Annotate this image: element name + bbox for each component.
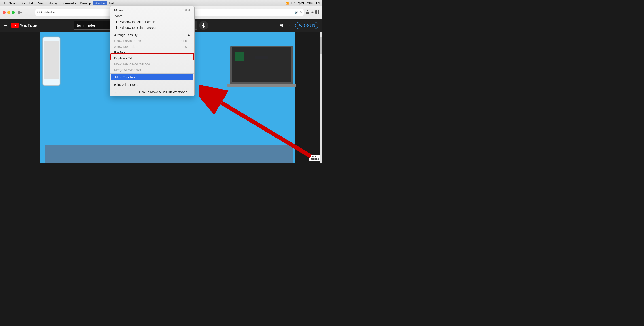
menu-separator-4	[110, 88, 194, 88]
minimize-button[interactable]	[7, 11, 10, 14]
svg-rect-3	[20, 14, 22, 14]
sign-in-label: SIGN IN	[304, 24, 315, 27]
clock: Tue Sep 21 12:13:31 PM	[290, 1, 320, 5]
watermark: TECH INSIDER	[309, 155, 320, 161]
menubar:  Safari File Edit View History Bookmark…	[0, 0, 322, 6]
shortcut-next-tab: ⌃⌘→	[182, 45, 190, 48]
forward-button[interactable]: ›	[30, 9, 33, 15]
youtube-header-right: ⊞ ⋮ SIGN IN	[278, 21, 318, 29]
menubar-left:  Safari File Edit View History Bookmark…	[2, 1, 117, 5]
menu-item-arrange-tabs[interactable]: Arrange Tabs By ▶	[110, 32, 194, 38]
menu-shortcut-minimize: ⌘M	[185, 9, 190, 12]
share-button[interactable]	[306, 10, 310, 15]
watermark-line1: TECH	[310, 156, 319, 158]
svg-rect-5	[318, 10, 319, 14]
scrollbar[interactable]	[320, 32, 322, 163]
submenu-arrow: ▶	[188, 33, 190, 37]
menu-separator-1	[110, 31, 194, 31]
close-button[interactable]	[3, 11, 6, 14]
youtube-logo[interactable]: YouTube	[11, 23, 37, 28]
svg-rect-2	[20, 12, 22, 13]
back-button[interactable]: ‹	[26, 9, 28, 15]
menubar-view[interactable]: View	[36, 1, 46, 5]
menu-item-tile-right[interactable]: Tile Window to Right of Screen	[110, 25, 194, 31]
wifi-icon: 📶	[286, 1, 289, 5]
watermark-line2: INSIDER	[310, 158, 319, 160]
menu-separator-2	[110, 73, 194, 74]
menu-item-show-next-tab[interactable]: Show Next Tab ⌃⌘→	[110, 44, 194, 50]
menubar-develop[interactable]: Develop	[78, 1, 93, 5]
svg-rect-1	[20, 11, 22, 11]
menu-item-minimize[interactable]: Minimize ⌘M	[110, 7, 194, 13]
voice-search-button[interactable]	[199, 21, 208, 30]
sign-in-button[interactable]: SIGN IN	[295, 22, 318, 29]
menu-item-window-title[interactable]: ✓ How To Make A Call On WhatsApp...	[110, 89, 194, 95]
menubar-bookmarks[interactable]: Bookmarks	[60, 1, 78, 5]
svg-rect-9	[203, 23, 204, 26]
speaker-icon[interactable]: 🔊	[294, 11, 298, 14]
svg-rect-4	[315, 10, 317, 14]
shortcut-prev-tab: ⌃⇧⌘←	[180, 39, 190, 42]
menubar-help[interactable]: Help	[108, 1, 117, 5]
menubar-file[interactable]: File	[19, 1, 27, 5]
menu-item-move-tab[interactable]: Move Tab to New Window	[110, 61, 194, 67]
hamburger-menu[interactable]: ☰	[4, 23, 8, 28]
more-options-button[interactable]: ⋮	[286, 21, 294, 29]
menubar-safari[interactable]: Safari	[7, 1, 18, 5]
menu-item-zoom[interactable]: Zoom	[110, 13, 194, 19]
menu-item-tile-left[interactable]: Tile Window to Left of Screen	[110, 19, 194, 25]
shield-icon: 🛡	[37, 11, 40, 14]
menu-separator-3	[110, 81, 194, 81]
apps-button[interactable]: ⊞	[278, 21, 284, 29]
menu-item-bring-front[interactable]: Bring All to Front	[110, 82, 194, 88]
svg-rect-0	[18, 11, 20, 14]
sidebar-button[interactable]	[18, 10, 24, 15]
fullscreen-button[interactable]	[12, 11, 15, 14]
scrollbar-thumb[interactable]	[320, 37, 322, 54]
new-tab-button[interactable]: +	[312, 10, 314, 14]
browser-actions-right: +	[306, 10, 319, 15]
apple-menu[interactable]: 	[2, 1, 7, 5]
menubar-window[interactable]: Window	[93, 1, 107, 5]
menubar-history[interactable]: History	[47, 1, 59, 5]
menu-item-mute-tab[interactable]: Mute This Tab	[111, 74, 194, 80]
menu-item-duplicate-tab[interactable]: Duplicate Tab	[110, 55, 194, 61]
svg-marker-6	[14, 24, 16, 26]
youtube-logo-icon	[11, 23, 19, 28]
split-view-button[interactable]	[315, 10, 319, 14]
menubar-right: 📶 Tue Sep 21 12:13:31 PM	[286, 1, 320, 5]
menu-item-merge-windows[interactable]: Merge All Windows	[110, 67, 194, 73]
menubar-edit[interactable]: Edit	[28, 1, 36, 5]
reload-button[interactable]: ↻	[300, 11, 302, 14]
menu-item-show-prev-tab[interactable]: Show Previous Tab ⌃⇧⌘←	[110, 38, 194, 44]
youtube-logo-text: YouTube	[20, 23, 37, 28]
checkmark-icon: ✓	[114, 90, 117, 94]
menu-item-pin-tab[interactable]: Pin Tab	[110, 50, 194, 55]
traffic-lights	[3, 11, 15, 14]
window-menu: Minimize ⌘M Zoom Tile Window to Left of …	[110, 6, 194, 96]
address-bar-actions: 🔊 ↻	[294, 11, 302, 14]
